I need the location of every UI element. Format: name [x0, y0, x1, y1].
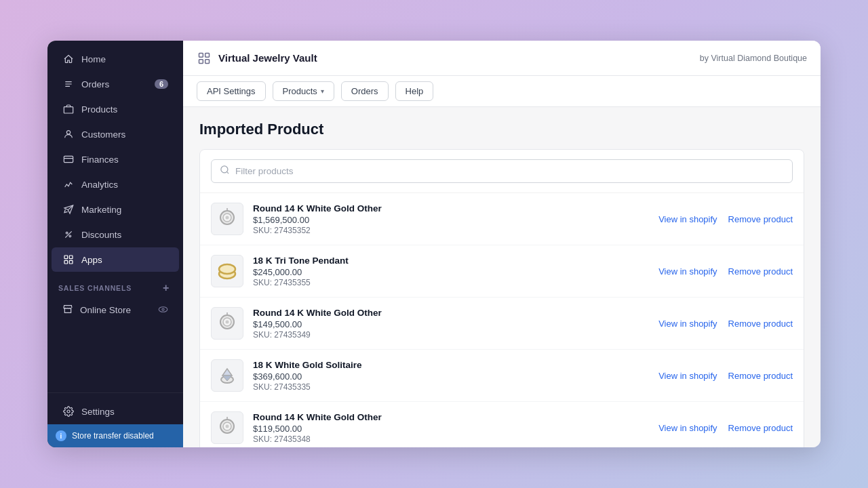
sidebar-item-apps-label: Apps [81, 255, 102, 265]
sidebar-item-discounts[interactable]: Discounts [52, 222, 179, 247]
remove-product-link[interactable]: Remove product [728, 266, 793, 277]
sidebar-item-marketing-label: Marketing [81, 205, 121, 215]
sidebar-nav: Home Orders 6 Products [47, 41, 183, 392]
sidebar-item-products-label: Products [81, 104, 117, 115]
sidebar-item-marketing[interactable]: Marketing [52, 197, 179, 222]
product-thumbnail [211, 359, 243, 392]
svg-rect-13 [205, 53, 210, 57]
view-in-shopify-link[interactable]: View in shopify [658, 371, 717, 381]
finances-icon [62, 153, 75, 165]
product-actions: View in shopify Remove product [658, 319, 793, 329]
products-icon [62, 103, 75, 115]
product-actions: View in shopify Remove product [658, 371, 793, 381]
product-price: $245,000.00 [253, 267, 649, 277]
sidebar-item-settings[interactable]: Settings [52, 399, 179, 424]
add-channel-button[interactable]: + [160, 282, 172, 294]
remove-product-link[interactable]: Remove product [728, 371, 793, 381]
svg-point-33 [226, 425, 229, 428]
sidebar-item-analytics[interactable]: Analytics [52, 172, 179, 197]
chevron-down-icon: ▾ [321, 87, 324, 95]
toolbar: API Settings Products ▾ Orders Help [183, 76, 821, 107]
svg-rect-12 [199, 53, 203, 57]
remove-product-link[interactable]: Remove product [728, 423, 793, 433]
api-settings-button[interactable]: API Settings [197, 81, 266, 101]
sidebar-item-home[interactable]: Home [52, 47, 179, 71]
help-button[interactable]: Help [395, 81, 434, 101]
filter-bar [200, 150, 804, 193]
main-content: Virtual Jewelry Vault by Virtual Diamond… [183, 41, 821, 447]
marketing-icon [62, 203, 75, 216]
settings-label: Settings [81, 407, 115, 417]
products-button[interactable]: Products ▾ [273, 81, 334, 101]
sidebar-item-home-label: Home [81, 54, 106, 64]
product-thumbnail [211, 411, 243, 444]
app-title: Virtual Jewelry Vault [218, 52, 317, 64]
page-title: Imported Product [199, 121, 804, 138]
sidebar-bottom: Settings i Store transfer disabled [47, 392, 183, 447]
table-row: 18 K White Gold Solitaire $369,600.00 SK… [200, 350, 804, 402]
sidebar-item-orders-label: Orders [81, 79, 109, 89]
svg-rect-0 [64, 107, 73, 113]
svg-point-26 [226, 321, 229, 324]
product-list: Round 14 K White Gold Other $1,569,500.0… [200, 193, 804, 447]
gear-icon [62, 405, 75, 418]
remove-product-link[interactable]: Remove product [728, 319, 793, 329]
orders-button[interactable]: Orders [341, 81, 389, 101]
search-icon [220, 165, 230, 178]
filter-input-wrap [211, 159, 793, 183]
top-bar: Virtual Jewelry Vault by Virtual Diamond… [183, 41, 821, 76]
sidebar-item-online-store[interactable]: Online Store [52, 298, 179, 323]
view-in-shopify-link[interactable]: View in shopify [658, 423, 717, 433]
discounts-icon [62, 228, 75, 241]
app-subtitle: by Virtual Diamond Boutique [700, 54, 807, 63]
product-sku: SKU: 27435355 [253, 278, 649, 287]
product-name: 18 K White Gold Solitaire [253, 360, 649, 370]
sidebar-item-customers[interactable]: Customers [52, 122, 179, 146]
sidebar-item-products[interactable]: Products [52, 97, 179, 121]
product-thumbnail [211, 307, 243, 340]
filter-input[interactable] [235, 166, 784, 176]
product-price: $149,500.00 [253, 319, 649, 329]
view-in-shopify-link[interactable]: View in shopify [658, 319, 717, 329]
sidebar-item-apps[interactable]: Apps [52, 247, 179, 272]
view-in-shopify-link[interactable]: View in shopify [658, 266, 717, 277]
home-icon [62, 53, 75, 65]
svg-point-3 [66, 232, 68, 234]
table-row: Round 14 K White Gold Other $149,500.00 … [200, 298, 804, 350]
product-actions: View in shopify Remove product [658, 266, 793, 277]
eye-icon[interactable] [158, 304, 168, 317]
sidebar-item-finances-label: Finances [81, 155, 119, 165]
sidebar-item-orders[interactable]: Orders 6 [52, 72, 179, 96]
view-in-shopify-link[interactable]: View in shopify [658, 214, 717, 224]
svg-rect-8 [69, 260, 73, 264]
product-name: Round 14 K White Gold Other [253, 412, 649, 422]
product-sku: SKU: 27435335 [253, 382, 649, 392]
svg-point-9 [159, 306, 167, 312]
product-sku: SKU: 27435349 [253, 330, 649, 340]
sidebar-item-customers-label: Customers [81, 129, 125, 140]
product-info: 18 K White Gold Solitaire $369,600.00 SK… [253, 360, 649, 392]
sidebar: Home Orders 6 Products [47, 41, 183, 447]
store-icon [62, 304, 73, 317]
analytics-icon [62, 178, 75, 190]
sidebar-item-analytics-label: Analytics [81, 180, 118, 190]
svg-rect-2 [64, 156, 73, 162]
product-actions: View in shopify Remove product [658, 214, 793, 224]
svg-point-16 [221, 166, 228, 173]
app-header-left: Virtual Jewelry Vault [197, 51, 317, 66]
product-thumbnail [211, 255, 243, 287]
svg-rect-5 [64, 256, 68, 259]
product-name: Round 14 K White Gold Other [253, 203, 649, 214]
product-info: Round 14 K White Gold Other $149,500.00 … [253, 308, 649, 340]
grid-icon [197, 51, 212, 66]
product-thumbnail [211, 203, 243, 235]
product-info: Round 14 K White Gold Other $1,569,500.0… [253, 203, 649, 235]
sidebar-item-finances[interactable]: Finances [52, 147, 179, 171]
table-row: Round 14 K White Gold Other $1,569,500.0… [200, 193, 804, 245]
svg-point-19 [226, 216, 229, 220]
store-transfer-bar[interactable]: i Store transfer disabled [47, 424, 183, 447]
remove-product-link[interactable]: Remove product [728, 214, 793, 224]
product-info: Round 14 K White Gold Other $119,500.00 … [253, 412, 649, 444]
customers-icon [62, 128, 75, 140]
svg-rect-7 [64, 260, 68, 264]
